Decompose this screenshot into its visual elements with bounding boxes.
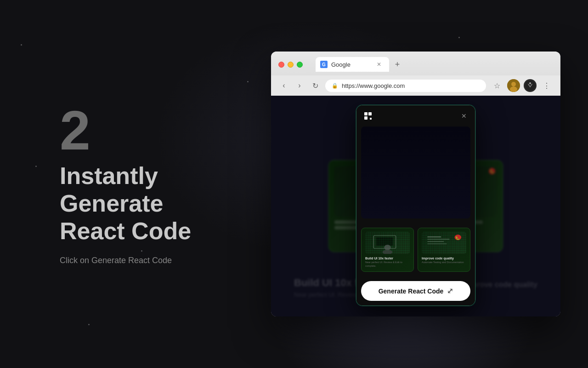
svg-point-1 — [511, 82, 516, 86]
bug-badge: 🐛 — [489, 168, 495, 174]
mini-card-1-desc: Near perfect UI. Review & Edit to comple… — [365, 261, 410, 268]
panel-logo-icon — [363, 111, 373, 121]
svg-point-19 — [455, 235, 462, 240]
browser-tab-google[interactable]: G Google ✕ — [316, 57, 389, 72]
svg-rect-8 — [370, 118, 372, 120]
svg-point-13 — [383, 250, 393, 254]
user-avatar[interactable] — [507, 79, 520, 92]
tab-favicon: G — [320, 61, 328, 68]
mini-card-1: Build UI 10x faster Near perfect UI. Rev… — [361, 228, 414, 272]
svg-rect-17 — [427, 241, 444, 242]
panel-header: ✕ — [356, 105, 475, 126]
extension-icon — [525, 80, 535, 91]
mini-card-1-title: Build UI 10x faster — [365, 257, 410, 260]
svg-rect-18 — [427, 243, 447, 244]
browser-toolbar: ‹ › ↻ 🔒 https://www.google.com ☆ — [271, 75, 560, 96]
overlay-panel: ✕ — [356, 105, 475, 306]
svg-rect-9 — [365, 232, 410, 254]
generate-btn-label: Generate React Code — [379, 288, 444, 295]
step-number: 2 — [60, 103, 191, 158]
dot-5 — [458, 37, 460, 38]
svg-rect-16 — [427, 239, 450, 240]
new-tab-button[interactable]: + — [391, 58, 404, 71]
generate-btn-wrapper: Generate React Code ⤢ — [356, 276, 475, 305]
panel-logo — [363, 111, 373, 121]
preview-dark — [361, 126, 470, 218]
mini-card-img-1 — [365, 232, 410, 254]
left-content: 2 Instantly Generate React Code Click on… — [60, 103, 191, 265]
traffic-lights — [278, 62, 303, 68]
headline-line1: Instantly — [60, 162, 158, 189]
browser-content: 🐛 Build UI 10x faster Near perfect UI. R… — [271, 96, 560, 316]
browser-titlebar: G Google ✕ + — [271, 52, 560, 75]
reload-button[interactable]: ↻ — [310, 80, 321, 91]
lock-icon: 🔒 — [332, 83, 338, 89]
bookmark-button[interactable]: ☆ — [491, 79, 503, 92]
back-button[interactable]: ‹ — [278, 80, 289, 91]
svg-rect-10 — [373, 236, 396, 248]
dot-2 — [247, 81, 249, 82]
headline-line2: Generate — [60, 190, 163, 217]
traffic-light-close[interactable] — [278, 62, 284, 68]
dot-8 — [88, 324, 90, 325]
traffic-light-maximize[interactable] — [297, 62, 303, 68]
mini-card-2: 🐛 Improve code quality Automate Testing … — [418, 228, 470, 272]
user-avatar-img — [507, 79, 520, 92]
svg-rect-5 — [364, 112, 368, 115]
traffic-light-minimize[interactable] — [288, 62, 294, 68]
generate-btn-icon: ⤢ — [447, 287, 453, 295]
browser-chrome: G Google ✕ + ‹ › ↻ — [271, 52, 560, 96]
svg-point-2 — [510, 86, 517, 92]
mini-card-2-desc: Automate Testing and Documentation — [422, 261, 466, 264]
svg-point-12 — [384, 245, 391, 250]
tab-bar: G Google ✕ + — [308, 57, 411, 72]
svg-rect-7 — [364, 116, 368, 120]
dot-9 — [35, 166, 37, 167]
svg-rect-11 — [376, 237, 393, 246]
more-button[interactable]: ⋮ — [540, 79, 553, 92]
svg-rect-15 — [427, 236, 441, 237]
headline-line3: React Code — [60, 217, 191, 244]
svg-point-4 — [529, 82, 531, 84]
tab-close-button[interactable]: ✕ — [375, 61, 383, 68]
mini-card-2-title: Improve code quality — [422, 257, 466, 260]
dot-1 — [21, 44, 22, 46]
browser-window: G Google ✕ + ‹ › ↻ — [271, 52, 560, 316]
svg-text:🐛: 🐛 — [455, 236, 460, 240]
preview-screenshot — [361, 126, 470, 218]
mini-card-grid-2: 🐛 — [422, 232, 466, 254]
headline: Instantly Generate React Code — [60, 162, 191, 245]
mini-card-img-2: 🐛 — [422, 232, 466, 254]
mini-card-grid-1 — [365, 232, 410, 254]
toolbar-actions: ☆ — [491, 79, 553, 92]
extension-avatar[interactable] — [524, 79, 537, 92]
panel-preview — [361, 126, 470, 218]
svg-rect-6 — [368, 112, 372, 115]
address-bar[interactable]: 🔒 https://www.google.com — [325, 80, 486, 92]
generate-react-code-button[interactable]: Generate React Code ⤢ — [361, 281, 470, 301]
url-text: https://www.google.com — [342, 82, 405, 89]
svg-point-3 — [525, 80, 535, 91]
subtext: Click on Generate React Code — [60, 256, 191, 265]
forward-button[interactable]: › — [294, 80, 305, 91]
mini-cards-row: Build UI 10x faster Near perfect UI. Rev… — [356, 223, 475, 276]
panel-close-button[interactable]: ✕ — [459, 111, 469, 121]
svg-rect-14 — [422, 232, 466, 254]
tab-title: Google — [331, 61, 351, 68]
